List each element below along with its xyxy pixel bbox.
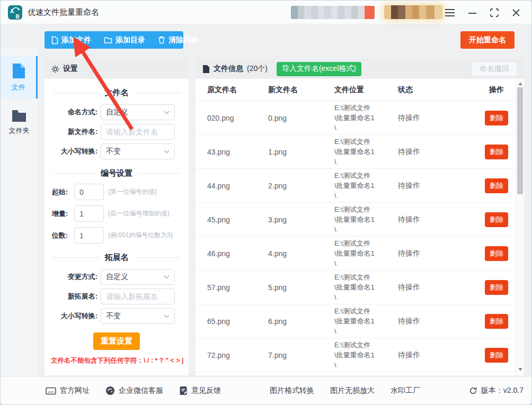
add-file-button[interactable]: 添加文件	[51, 35, 91, 45]
image-lossless-enlarge-link[interactable]: 图片无损放大	[330, 386, 375, 395]
sidebar-item-file[interactable]: 文件	[1, 56, 38, 98]
import-excel-button[interactable]: 导入文件名(excel格式)	[277, 62, 361, 76]
redacted-info-2	[384, 5, 442, 19]
scroll-down-icon[interactable]	[518, 368, 522, 371]
case-convert-select[interactable]: 不变	[101, 143, 175, 159]
table-row: 46.png 4.png E:\测试文件 \批量重命名1 \ 待操作 删除	[196, 237, 516, 271]
dotcom-icon: .com	[46, 386, 56, 395]
scroll-up-icon[interactable]	[518, 82, 522, 85]
cell-new: 0.png	[268, 114, 334, 122]
cell-original: 44.png	[207, 182, 268, 190]
digits-label: 位数:	[51, 231, 68, 240]
sidebar-item-folder[interactable]: 文件夹	[1, 104, 38, 141]
chevron-down-icon	[164, 275, 170, 279]
file-list-panel: 文件信息 (20个) 导入文件名(excel格式) 命名撤回 原文件名 新文件名…	[196, 59, 524, 375]
folder-dark-icon	[12, 110, 26, 122]
cell-status: 待操作	[398, 350, 476, 360]
watermark-factory-link[interactable]: 水印工厂	[391, 386, 420, 395]
file-list-header: 文件信息 (20个) 导入文件名(excel格式) 命名撤回	[196, 59, 524, 79]
table-row: 72.png 7.png E:\测试文件 \批量重命名1 \ 待操作 删除	[196, 338, 516, 372]
version-label: 版本：v2.0.7	[481, 386, 524, 395]
new-extension-label: 新拓展名:	[51, 292, 97, 301]
trash-icon	[158, 36, 165, 44]
svg-text:B: B	[16, 13, 20, 19]
menu-icon[interactable]	[445, 9, 455, 16]
naming-method-select[interactable]: 自定义	[101, 104, 175, 120]
vertical-scrollbar[interactable]	[516, 79, 524, 375]
delete-button[interactable]: 删除	[485, 111, 508, 125]
delete-button[interactable]: 删除	[485, 145, 508, 159]
sidebar-item-label: 文件夹	[9, 126, 30, 136]
col-original: 原文件名	[207, 85, 268, 95]
col-location: 文件位置	[334, 85, 398, 95]
cell-original: 57.png	[207, 283, 268, 292]
new-extension-input[interactable]	[101, 289, 175, 304]
cell-original: 46.png	[207, 249, 268, 258]
minimize-icon[interactable]	[468, 9, 476, 16]
maximize-icon[interactable]	[490, 8, 499, 17]
digits-input[interactable]	[74, 227, 104, 244]
delete-button[interactable]: 删除	[485, 280, 508, 295]
close-icon[interactable]	[512, 9, 520, 16]
cell-status: 待操作	[398, 147, 476, 157]
clear-list-button[interactable]: 清除列表	[158, 35, 198, 45]
increment-input[interactable]	[74, 205, 104, 222]
chat-support-icon	[105, 386, 115, 395]
cell-new: 4.png	[268, 249, 334, 258]
cell-location: E:\测试文件 \批量重命名1 \	[334, 340, 398, 370]
version-info: 版本：v2.0.7	[469, 386, 524, 395]
cell-location: E:\测试文件 \批量重命名1 \	[334, 204, 398, 235]
reset-settings-button[interactable]: 重置设置	[93, 332, 140, 350]
ext-change-method-select[interactable]: 自定义	[101, 269, 175, 285]
feedback-link[interactable]: 意见反馈	[179, 386, 221, 395]
wechat-support-link[interactable]: 企业微信客服	[105, 386, 163, 395]
cell-location: E:\测试文件 \批量重命名1 \	[334, 170, 398, 201]
ext-change-method-label: 变更方式:	[51, 272, 97, 282]
delete-button[interactable]: 删除	[485, 348, 508, 363]
delete-button[interactable]: 删除	[485, 246, 508, 261]
new-filename-label: 新文件名:	[51, 127, 97, 137]
table-body: 020.png 0.png E:\测试文件 \批量重命名1 \ 待操作 删除 4…	[196, 101, 516, 375]
cell-location: E:\测试文件 \批量重命名1 \	[334, 103, 398, 133]
official-website-link[interactable]: .com 官方网址	[46, 386, 90, 395]
window-controls	[445, 1, 520, 24]
image-format-convert-link[interactable]: 图片格式转换	[270, 386, 314, 395]
ext-case-convert-select[interactable]: 不变	[101, 308, 175, 324]
settings-title: 设置	[63, 64, 78, 74]
app-title: 优速文件批量重命名	[28, 7, 99, 17]
cell-status: 待操作	[398, 215, 476, 224]
start-rename-button[interactable]: 开始重命名	[460, 31, 515, 49]
file-page-icon	[12, 63, 25, 79]
new-filename-input[interactable]	[101, 124, 175, 140]
invalid-chars-warning: 文件名不能包含下列任何字符：\ / : * ? " < > |	[51, 356, 182, 365]
redacted-info-1	[291, 6, 375, 19]
cell-status: 待操作	[398, 181, 476, 191]
delete-button[interactable]: 删除	[485, 178, 508, 193]
app-logo-icon: A B	[8, 5, 22, 20]
delete-button[interactable]: 删除	[485, 314, 508, 329]
table-row: 43.png 1.png E:\测试文件 \批量重命名1 \ 待操作 删除	[196, 135, 516, 169]
start-number-input[interactable]	[74, 184, 104, 200]
svg-text:.com: .com	[47, 390, 54, 393]
col-status: 状态	[398, 85, 476, 95]
increment-hint: (后一位编号增加的值)	[108, 209, 170, 218]
cell-new: 1.png	[268, 148, 334, 156]
delete-button[interactable]: 删除	[485, 212, 508, 227]
cell-new: 6.png	[268, 317, 334, 326]
cell-new: 3.png	[268, 215, 334, 224]
file-info-title: 文件信息	[214, 64, 243, 74]
col-action: 操作	[476, 85, 517, 95]
table-row: 65.png 6.png E:\测试文件 \批量重命名1 \ 待操作 删除	[196, 304, 516, 338]
chevron-down-icon	[164, 314, 170, 318]
feedback-icon	[179, 386, 188, 395]
cell-location: E:\测试文件 \批量重命名1 \	[334, 272, 398, 302]
add-folder-button[interactable]: 添加目录	[104, 35, 145, 45]
refresh-icon[interactable]	[469, 386, 477, 395]
scrollbar-thumb[interactable]	[517, 87, 523, 194]
rename-undo-button[interactable]: 命名撤回	[472, 62, 517, 76]
cell-original: 43.png	[207, 148, 268, 156]
sidebar: 文件 文件夹	[1, 48, 38, 376]
settings-header: 设置	[45, 59, 189, 79]
start-number-label: 起始:	[51, 187, 68, 197]
case-convert-label: 大小写转换:	[51, 147, 97, 156]
